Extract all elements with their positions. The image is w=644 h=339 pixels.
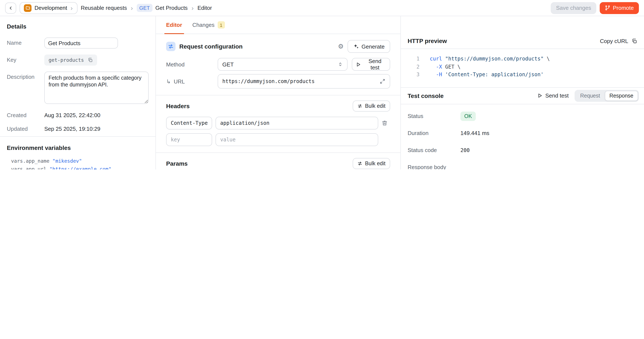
updated-row: Updated Sep 25 2025, 19:10:29 <box>7 124 149 132</box>
status-code-label: Status code <box>408 147 460 153</box>
test-console-header: Test console Send test Request Response <box>401 88 644 104</box>
status-code-value: 200 <box>460 147 470 153</box>
environment-title: Environment variables <box>7 144 149 151</box>
header-value-input[interactable] <box>216 133 378 146</box>
delete-header-button[interactable] <box>382 120 390 126</box>
preview-panel: HTTP preview Copy cURL 1curl "https://du… <box>401 16 644 170</box>
gear-icon[interactable]: ⚙ <box>338 42 344 50</box>
request-tab[interactable]: Request <box>576 90 604 101</box>
chevron-right-icon: › <box>70 5 73 11</box>
method-value: GET <box>222 61 338 68</box>
project-name: Development <box>34 5 67 11</box>
send-test-label: Send test <box>364 58 386 71</box>
name-input[interactable] <box>44 38 118 48</box>
code-line: 3 -H 'Content-Type: application/json' <box>401 71 644 78</box>
swap-arrows-icon <box>166 42 176 51</box>
expand-icon <box>380 78 386 84</box>
variable-value: "mikesdev" <box>52 158 82 164</box>
name-row: Name <box>7 38 149 48</box>
http-preview-header: HTTP preview Copy cURL <box>401 16 644 49</box>
sparkle-icon <box>353 44 359 50</box>
chevron-right-icon: › <box>191 5 194 11</box>
header-row <box>166 117 390 130</box>
tab-editor[interactable]: Editor <box>166 16 182 34</box>
request-configuration-section: Request configuration ⚙ Generate Method … <box>156 34 400 95</box>
header-key-input[interactable] <box>166 117 212 130</box>
copy-key-button[interactable] <box>88 58 93 62</box>
main-layout: Details Name Key get-products Descripti <box>0 16 644 170</box>
params-section: Params Bulk edit <box>156 153 400 170</box>
line-number: 3 <box>401 71 420 78</box>
name-label: Name <box>7 38 44 46</box>
project-switcher[interactable]: Development › <box>20 2 77 14</box>
response-body-label: Response body <box>408 164 460 170</box>
method-badge: GET <box>137 4 152 12</box>
top-bar: Development › Reusable requests › GET Ge… <box>0 0 644 16</box>
response-body-row: Response body <box>408 159 637 170</box>
line-number: 2 <box>401 63 420 71</box>
environment-variables-list: vars.app_name"mikesdev"vars.app_url"http… <box>7 157 149 170</box>
updated-value: Sep 25 2025, 19:10:29 <box>44 124 100 132</box>
method-row: Method GET Send test <box>166 58 390 71</box>
description-textarea[interactable]: Fetch products from a specific category … <box>44 72 149 104</box>
variable-row: vars.app_url"https://example.com" <box>7 165 149 170</box>
created-row: Created Aug 31 2025, 22:42:00 <box>7 110 149 118</box>
app-root: Development › Reusable requests › GET Ge… <box>0 0 644 170</box>
variable-key: vars.app_url <box>11 166 46 170</box>
folder-icon <box>24 4 32 12</box>
headers-title: Headers <box>166 103 190 110</box>
test-console-title: Test console <box>408 92 531 99</box>
copy-curl-label: Copy cURL <box>600 38 628 44</box>
headers-bulk-edit-label: Bulk edit <box>365 103 386 109</box>
breadcrumb-request-name: Get Products <box>155 5 188 11</box>
duration-value: 149.441 ms <box>460 130 490 136</box>
chevron-left-icon <box>8 5 13 10</box>
swap-icon <box>357 161 362 166</box>
url-label-group: ↳ URL <box>166 78 218 84</box>
breadcrumb-request[interactable]: GET Get Products <box>137 4 188 12</box>
method-select[interactable]: GET <box>218 58 348 71</box>
generate-button[interactable]: Generate <box>348 40 390 53</box>
key-row: Key get-products <box>7 54 149 66</box>
request-response-toggle: Request Response <box>574 90 639 102</box>
params-bulk-edit-button[interactable]: Bulk edit <box>353 158 390 169</box>
breadcrumb-section[interactable]: Reusable requests <box>81 5 127 11</box>
play-icon <box>356 62 361 67</box>
request-configuration-title: Request configuration <box>179 43 334 50</box>
swap-icon <box>357 104 362 108</box>
status-row: Status OK <box>408 108 637 124</box>
status-label: Status <box>408 113 460 119</box>
console-send-test-button[interactable]: Send test <box>537 92 568 99</box>
url-row: ↳ URL <box>166 74 390 88</box>
breadcrumb-page: Editor <box>198 5 212 11</box>
headers-header: Headers Bulk edit <box>166 100 390 112</box>
response-tab[interactable]: Response <box>604 90 638 101</box>
details-panel: Details Name Key get-products Descripti <box>0 16 156 170</box>
code-line: 2 -X GET \ <box>401 63 644 71</box>
copy-icon <box>88 58 93 62</box>
chevron-right-icon: › <box>130 5 133 11</box>
headers-section: Headers Bulk edit <box>156 96 400 152</box>
url-label: URL <box>174 78 185 84</box>
generate-label: Generate <box>362 43 384 50</box>
save-changes-button[interactable]: Save changes <box>551 2 596 14</box>
headers-bulk-edit-button[interactable]: Bulk edit <box>353 100 390 112</box>
git-branch-icon <box>605 5 610 11</box>
copy-curl-button[interactable]: Copy cURL <box>600 38 637 44</box>
header-value-input[interactable] <box>216 117 378 130</box>
promote-button[interactable]: Promote <box>600 2 639 14</box>
expand-button[interactable] <box>380 78 386 84</box>
variable-value: "https://example.com" <box>50 166 112 170</box>
editor-tabs: Editor Changes 1 <box>156 16 400 34</box>
key-label: Key <box>7 54 44 63</box>
header-key-input[interactable] <box>166 133 212 146</box>
url-input[interactable] <box>222 78 380 84</box>
http-preview-code: 1curl "https://dummyjson.com/products" \… <box>401 49 644 88</box>
details-title: Details <box>7 23 149 30</box>
back-button[interactable] <box>5 2 16 14</box>
tab-editor-label: Editor <box>166 22 182 28</box>
created-value: Aug 31 2025, 22:42:00 <box>44 110 100 118</box>
tab-changes[interactable]: Changes 1 <box>192 16 225 34</box>
url-field <box>218 74 390 88</box>
send-test-button[interactable]: Send test <box>352 58 390 71</box>
